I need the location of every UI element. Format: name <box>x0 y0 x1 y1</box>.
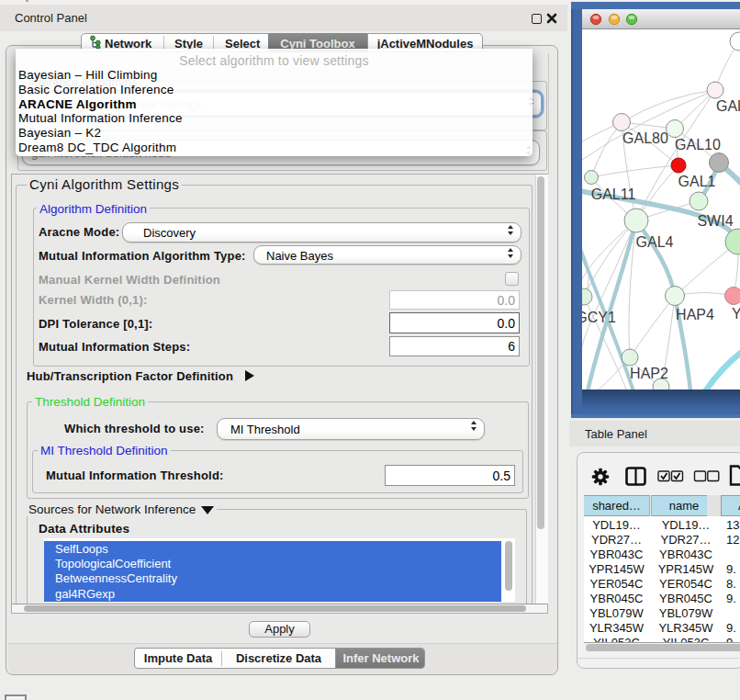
svg-text:HAP4: HAP4 <box>676 307 714 322</box>
svg-text:GAL10: GAL10 <box>675 137 721 152</box>
svg-text:SWI4: SWI4 <box>697 213 733 229</box>
svg-text:GAL4: GAL4 <box>636 234 674 250</box>
svg-text:GCY1: GCY1 <box>582 310 616 325</box>
svg-text:YM: YM <box>732 306 740 322</box>
svg-text:GAL1: GAL1 <box>678 174 716 189</box>
svg-text:GAL80: GAL80 <box>622 130 668 146</box>
svg-text:HAP2: HAP2 <box>630 366 668 381</box>
svg-text:GAL7: GAL7 <box>716 98 740 114</box>
svg-text:GAL11: GAL11 <box>591 186 636 202</box>
